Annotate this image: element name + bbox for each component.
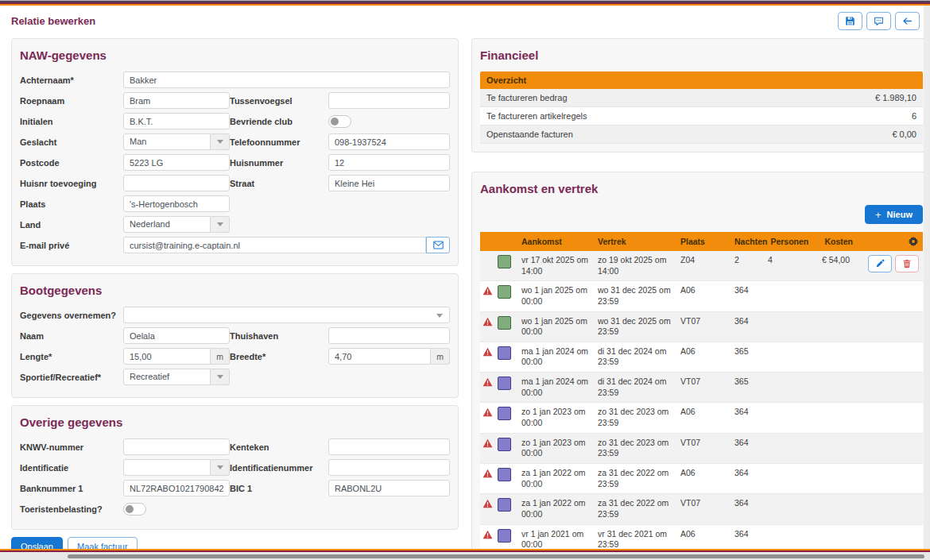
aankomst-vertrek-section: Aankomst en vertrek + Nieuw Aankomst Ver… bbox=[471, 172, 930, 560]
roepnaam-input[interactable] bbox=[123, 92, 230, 109]
chevron-down-icon bbox=[211, 459, 230, 476]
col-kosten: Kosten bbox=[824, 237, 870, 246]
financieel-section: Financieel Overzicht Te factureren bedra… bbox=[471, 38, 930, 153]
sportief-recreatief-select[interactable]: Recreatief bbox=[123, 369, 230, 385]
horizontal-scrollbar-thumb[interactable] bbox=[68, 554, 924, 558]
pencil-icon bbox=[875, 259, 885, 268]
banknummer-1-label: Banknummer 1 bbox=[20, 484, 123, 493]
col-personen: Personen bbox=[770, 237, 824, 246]
roepnaam-label: Roepnaam bbox=[20, 96, 123, 106]
lengte-label: Lengte* bbox=[20, 352, 123, 361]
cell-aankomst: zo 1 jan 2023 om 00:00 bbox=[521, 438, 598, 459]
achternaam-label: Achternaam* bbox=[20, 75, 123, 85]
boot-section-title: Bootgegevens bbox=[20, 284, 450, 297]
huisnummer-input[interactable] bbox=[328, 154, 450, 171]
booking-color-swatch bbox=[498, 498, 511, 512]
huisnr-toevoeging-input[interactable] bbox=[123, 175, 230, 191]
cell-plaats: A06 bbox=[680, 346, 734, 357]
save-button[interactable] bbox=[838, 12, 862, 30]
header-actions bbox=[838, 12, 920, 30]
land-label: Land bbox=[20, 220, 123, 230]
cell-aankomst: wo 1 jan 2025 om 00:00 bbox=[521, 316, 598, 338]
geslacht-select[interactable]: Man bbox=[123, 133, 230, 150]
aankomst-table-body: vr 17 okt 2025 om 14:00 zo 19 okt 2025 o… bbox=[480, 251, 923, 555]
plaats-input[interactable] bbox=[123, 195, 230, 212]
thuishaven-label: Thuishaven bbox=[230, 331, 328, 341]
cell-vertrek: za 31 dec 2022 om 23:59 bbox=[598, 498, 680, 519]
content: NAW-gegevens Achternaam* Roepnaam Tussen… bbox=[0, 36, 930, 560]
achternaam-input[interactable] bbox=[123, 71, 450, 88]
edit-row-button[interactable] bbox=[868, 255, 892, 272]
boot-naam-input[interactable] bbox=[123, 327, 230, 344]
booking-color-swatch bbox=[498, 407, 511, 420]
cell-plaats: A06 bbox=[680, 529, 734, 540]
booking-color-swatch bbox=[498, 468, 511, 481]
cell-nachten: 364 bbox=[734, 498, 768, 509]
gegevens-overnemen-select[interactable] bbox=[123, 307, 450, 323]
chevron-down-icon bbox=[211, 216, 230, 233]
cell-personen: 4 bbox=[768, 255, 822, 266]
tussenvoegsel-input[interactable] bbox=[328, 92, 450, 109]
identificatie-label: Identificatie bbox=[20, 463, 123, 473]
land-select[interactable]: Nederland bbox=[123, 216, 230, 233]
financieel-row-label: Te factureren artikelregels bbox=[486, 111, 587, 121]
toeristenbelasting-toggle[interactable] bbox=[123, 503, 146, 516]
kenteken-input[interactable] bbox=[328, 438, 450, 455]
toeristenbelasting-label: Toeristenbelasting? bbox=[20, 504, 123, 514]
kenteken-label: Kenteken bbox=[230, 442, 328, 452]
lengte-unit: m bbox=[211, 348, 230, 365]
financieel-row-label: Te factureren bedrag bbox=[486, 93, 568, 102]
cell-plaats: VT07 bbox=[680, 438, 734, 449]
cell-vertrek: zo 31 dec 2023 om 23:59 bbox=[598, 407, 680, 428]
cell-vertrek: wo 31 dec 2025 om 23:59 bbox=[598, 316, 680, 338]
telefoonnummer-label: Telefoonnummer bbox=[230, 137, 328, 147]
cell-vertrek: di 31 dec 2024 om 23:59 bbox=[598, 346, 680, 368]
aankomst-table-row: za 1 jan 2022 om 00:00 za 31 dec 2022 om… bbox=[480, 464, 923, 494]
send-email-button[interactable] bbox=[426, 237, 450, 253]
aankomst-table-row: zo 1 jan 2023 om 00:00 zo 31 dec 2023 om… bbox=[480, 434, 923, 464]
comment-bubble-icon bbox=[874, 16, 884, 26]
cell-aankomst: za 1 jan 2022 om 00:00 bbox=[521, 498, 598, 519]
breedte-input[interactable] bbox=[328, 348, 431, 365]
delete-row-button[interactable] bbox=[895, 255, 919, 272]
email-prive-input[interactable] bbox=[123, 237, 426, 253]
chevron-down-icon bbox=[436, 314, 443, 318]
col-vertrek: Vertrek bbox=[598, 237, 680, 246]
bic-1-input[interactable] bbox=[328, 480, 450, 496]
huisnr-toevoeging-label: Huisnr toevoeging bbox=[20, 179, 123, 188]
thuishaven-input[interactable] bbox=[328, 327, 450, 344]
identificatienummer-input[interactable] bbox=[328, 459, 450, 476]
cell-nachten: 364 bbox=[734, 468, 768, 479]
vertical-scrollbar[interactable] bbox=[924, 6, 930, 549]
initialen-input[interactable] bbox=[123, 113, 230, 129]
banknummer-1-input[interactable] bbox=[123, 480, 230, 496]
boot-section: Bootgegevens Gegevens overnemen? Naam Th… bbox=[11, 273, 459, 398]
straat-input[interactable] bbox=[328, 175, 450, 191]
identificatie-select[interactable] bbox=[123, 459, 230, 476]
overige-section: Overige gegevens KNWV-nummer Kenteken Id… bbox=[11, 405, 459, 530]
chevron-down-icon bbox=[211, 133, 230, 150]
cell-kosten: € 54,00 bbox=[822, 255, 868, 266]
envelope-icon bbox=[433, 241, 444, 249]
gear-icon[interactable] bbox=[908, 236, 919, 247]
warning-icon bbox=[482, 317, 493, 326]
booking-color-swatch bbox=[498, 346, 511, 360]
knwv-nummer-input[interactable] bbox=[123, 438, 230, 455]
left-column: NAW-gegevens Achternaam* Roepnaam Tussen… bbox=[11, 38, 459, 560]
warning-icon bbox=[482, 286, 493, 295]
warning-icon bbox=[482, 407, 493, 417]
aankomst-table-row: zo 1 jan 2023 om 00:00 zo 31 dec 2023 om… bbox=[480, 403, 923, 433]
booking-color-swatch bbox=[498, 255, 511, 268]
back-button[interactable] bbox=[895, 12, 920, 30]
financieel-row: Te factureren bedrag € 1.989,10 bbox=[480, 89, 923, 107]
bevriende-club-toggle[interactable] bbox=[328, 115, 351, 128]
cell-nachten: 364 bbox=[734, 529, 768, 540]
telefoonnummer-input[interactable] bbox=[328, 133, 450, 150]
postcode-input[interactable] bbox=[123, 154, 230, 171]
comment-button[interactable] bbox=[866, 12, 891, 30]
nieuw-button[interactable]: + Nieuw bbox=[865, 205, 923, 224]
sportief-recreatief-label: Sportief/Recreatief* bbox=[20, 373, 123, 382]
booking-color-swatch bbox=[498, 285, 511, 299]
lengte-input[interactable] bbox=[123, 348, 211, 365]
cell-aankomst: zo 1 jan 2023 om 00:00 bbox=[521, 407, 598, 428]
